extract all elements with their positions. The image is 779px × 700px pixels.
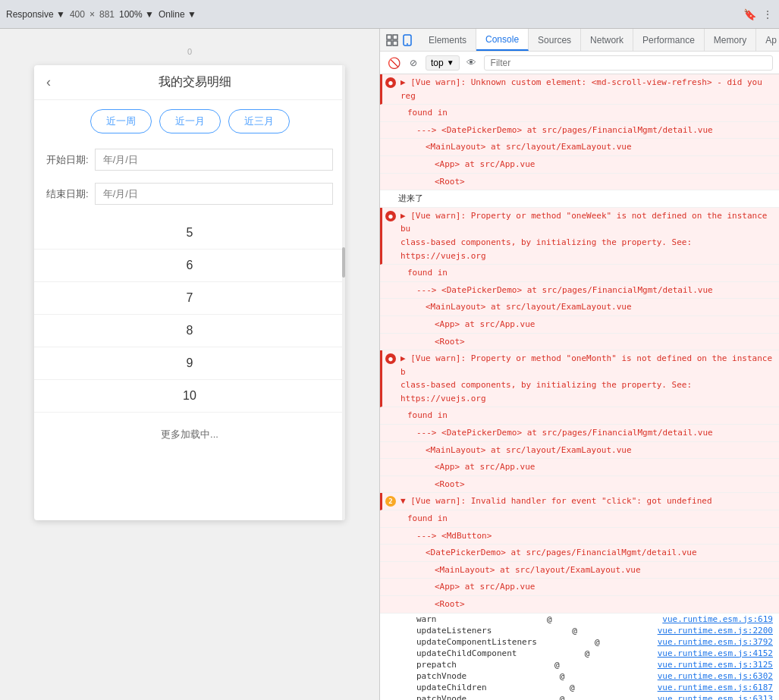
load-more-text: 更多加载中... (34, 419, 345, 450)
console-error-line: ●▶ [Vue warn]: Unknown custom element: <… (380, 74, 779, 105)
stack-file-link[interactable]: vue.runtime.esm.js:3792 (658, 637, 773, 647)
console-indent-line: <App> at src/App.vue (380, 459, 779, 476)
ruler-tick: 0 (187, 47, 192, 56)
console-indent-line: <Root> (380, 596, 779, 614)
inspect-icon[interactable] (386, 34, 398, 46)
end-date-input[interactable] (95, 183, 333, 205)
page-title: 我的交易明细 (57, 74, 333, 90)
tab-sources[interactable]: Sources (529, 29, 581, 51)
filter-buttons-group: 近一周 近一月 近三月 (34, 100, 345, 143)
online-selector[interactable]: Online ▼ (159, 9, 196, 20)
list-item: 9 (34, 347, 345, 380)
list-item: 10 (34, 380, 345, 413)
eye-icon[interactable]: 👁 (464, 55, 479, 71)
tab-network[interactable]: Network (581, 29, 633, 51)
stack-file-link[interactable]: vue.runtime.esm.js:4152 (658, 648, 773, 658)
list-item: 8 (34, 315, 345, 347)
console-indent-line: <Root> (380, 476, 779, 494)
console-indent-line: found in (380, 510, 779, 528)
mobile-panel: 0 ‹ 我的交易明细 近一周 近一月 近三月 开始日期: (0, 29, 379, 700)
list-item: 6 (34, 250, 345, 282)
console-indent-line: ---> <DatePickerDemo> at src/pages/Finan… (380, 282, 779, 300)
height-display: 881 (99, 9, 115, 20)
stack-trace-line: updateChildren @ vue.runtime.esm.js:6187 (380, 682, 779, 693)
week-filter-button[interactable]: 近一周 (90, 109, 152, 133)
console-indent-line: ---> <DatePickerDemo> at src/pages/Finan… (380, 122, 779, 140)
console-indent-line: <DatePickerDemo> at src/pages/FinancialM… (380, 545, 779, 562)
tab-ap[interactable]: Ap (756, 29, 779, 51)
scrollbar-track[interactable] (342, 65, 345, 520)
end-date-row: 结束日期: (34, 177, 345, 211)
context-label: top (431, 58, 444, 68)
tab-memory[interactable]: Memory (705, 29, 756, 51)
console-error-line: ●▶ [Vue warn]: Property or method "oneMo… (380, 350, 779, 407)
tab-elements[interactable]: Elements (419, 29, 476, 51)
stack-trace-line: updateComponentListeners @ vue.runtime.e… (380, 636, 779, 648)
stack-function-name: updateListeners (416, 626, 492, 636)
stack-function-name: warn (416, 614, 437, 624)
stack-function-name: patchVnode (416, 694, 466, 700)
browser-bar: Responsive ▼ 400 × 881 100% ▼ Online ▼ 🔖… (0, 0, 779, 29)
three-month-filter-button[interactable]: 近三月 (228, 109, 290, 133)
stack-trace-line: patchVnode @ vue.runtime.esm.js:6302 (380, 670, 779, 682)
more-icon[interactable]: ⋮ (762, 8, 773, 20)
devtools-toolbar: 🚫 ⊘ top ▼ 👁 (380, 52, 779, 74)
month-filter-button[interactable]: 近一月 (159, 109, 221, 133)
console-indent-line: <Root> (380, 334, 779, 351)
stack-file-link[interactable]: vue.runtime.esm.js:6302 (658, 671, 773, 681)
svg-rect-1 (393, 35, 397, 39)
stack-function-name: updateChildComponent (416, 648, 517, 658)
stack-file-link[interactable]: vue.runtime.esm.js:6313 (658, 694, 773, 700)
stack-file-link[interactable]: vue.runtime.esm.js:2200 (658, 626, 773, 636)
mobile-header: ‹ 我的交易明细 (34, 65, 345, 100)
console-info-line: 进来了 (380, 190, 779, 208)
pause-button[interactable]: ⊘ (406, 55, 421, 71)
stack-trace-line: warn @ vue.runtime.esm.js:619 (380, 614, 779, 625)
back-button[interactable]: ‹ (46, 74, 51, 90)
start-date-label: 开始日期: (46, 153, 89, 167)
list-item: 5 (34, 217, 345, 250)
mobile-icon[interactable] (401, 34, 413, 46)
stack-file-link[interactable]: vue.runtime.esm.js:619 (662, 614, 773, 624)
stack-trace-line: prepatch @ vue.runtime.esm.js:3125 (380, 659, 779, 670)
devtools-panel: Elements Console Sources Network Perform… (379, 29, 779, 700)
stack-function-name: prepatch (416, 660, 457, 670)
console-indent-line: found in (380, 105, 779, 122)
stack-trace-line: updateChildComponent @ vue.runtime.esm.j… (380, 648, 779, 659)
bookmark-icon[interactable]: 🔖 (743, 8, 756, 20)
context-dropdown-icon: ▼ (447, 58, 454, 67)
console-indent-line: <MainLayout> at src/layout/ExamLayout.vu… (380, 139, 779, 156)
main-area: 0 ‹ 我的交易明细 近一周 近一月 近三月 开始日期: (0, 29, 779, 700)
mobile-frame: ‹ 我的交易明细 近一周 近一月 近三月 开始日期: 结束日期: 5 (34, 65, 345, 520)
console-warn-line: 2▼ [Vue warn]: Invalid handler for event… (380, 493, 779, 510)
devtools-tab-icons (380, 34, 419, 46)
tab-performance[interactable]: Performance (633, 29, 705, 51)
stack-trace-line: updateListeners @ vue.runtime.esm.js:220… (380, 625, 779, 636)
stack-function-name: updateChildren (416, 683, 487, 692)
zoom-selector[interactable]: 100% ▼ (119, 9, 154, 20)
console-filter-input[interactable] (484, 55, 773, 71)
console-indent-line: <MainLayout> at src/layout/ExamLayout.vu… (380, 562, 779, 579)
devtools-tabs: Elements Console Sources Network Perform… (380, 29, 779, 52)
responsive-label[interactable]: Responsive ▼ (6, 9, 65, 20)
console-indent-line: <MainLayout> at src/layout/ExamLayout.vu… (380, 442, 779, 460)
svg-rect-0 (387, 35, 391, 39)
console-indent-line: <App> at src/App.vue (380, 579, 779, 596)
console-error-line: ●▶ [Vue warn]: Property or method "oneWe… (380, 208, 779, 265)
console-indent-line: found in (380, 265, 779, 282)
stack-file-link[interactable]: vue.runtime.esm.js:6187 (658, 683, 773, 692)
scrollbar-thumb[interactable] (342, 247, 345, 278)
console-indent-line: <Root> (380, 174, 779, 191)
tab-console[interactable]: Console (476, 29, 529, 51)
start-date-input[interactable] (95, 149, 333, 171)
console-indent-line: found in (380, 407, 779, 425)
clear-console-button[interactable]: 🚫 (386, 55, 401, 71)
x-separator: × (90, 9, 95, 20)
context-selector[interactable]: top ▼ (426, 55, 460, 71)
end-date-label: 结束日期: (46, 187, 89, 201)
stack-file-link[interactable]: vue.runtime.esm.js:3125 (658, 660, 773, 670)
width-display: 400 (70, 9, 85, 20)
svg-point-5 (407, 43, 408, 45)
list-item: 7 (34, 282, 345, 315)
number-list: 5678910 (34, 211, 345, 419)
